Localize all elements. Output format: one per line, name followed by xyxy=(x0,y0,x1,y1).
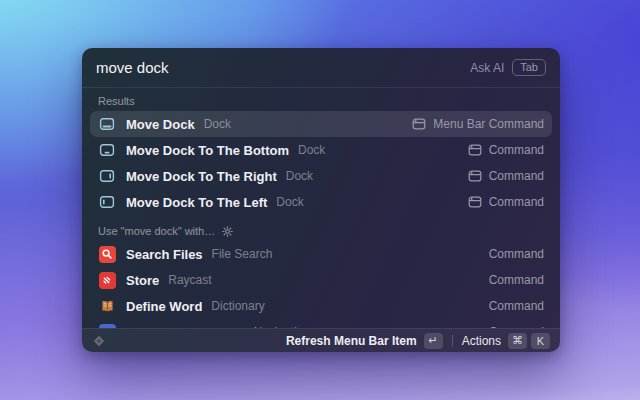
k-keycap: K xyxy=(531,333,550,349)
search-bar: Ask AI Tab xyxy=(82,48,560,88)
search-input[interactable] xyxy=(96,59,470,76)
item-accessory: Command xyxy=(489,273,544,287)
list-item-move-dock-bottom[interactable]: Move Dock To The Bottom Dock Command xyxy=(90,137,552,163)
item-subtitle: Raycast xyxy=(168,273,211,287)
cmd-keycap: ⌘ xyxy=(508,333,527,349)
item-title: Move Dock xyxy=(126,117,195,132)
gear-icon[interactable] xyxy=(222,226,233,237)
dictionary-book-icon xyxy=(98,297,116,315)
item-subtitle: File Search xyxy=(212,247,273,261)
enter-keycap: ↵ xyxy=(424,333,443,349)
raycast-logo-icon xyxy=(92,334,106,348)
menu-bar-icon xyxy=(468,169,482,183)
menu-bar-icon xyxy=(468,143,482,157)
dock-move-icon xyxy=(98,115,116,133)
item-accessory: Command xyxy=(489,299,544,313)
section-header-use-with: Use "move dock" with… xyxy=(90,215,552,241)
item-title: Store xyxy=(126,273,159,288)
item-subtitle: Dock xyxy=(298,143,325,157)
list-item-move-dock[interactable]: Move Dock Dock Menu Bar Command xyxy=(90,111,552,137)
item-accessory: Command xyxy=(489,247,544,261)
dock-left-icon xyxy=(98,193,116,211)
list-item-search-menu-items[interactable]: Search Menu Items Navigation Command xyxy=(90,319,552,328)
section-header-results: Results xyxy=(90,88,552,111)
actions-label[interactable]: Actions xyxy=(462,334,501,348)
item-title: Define Word xyxy=(126,299,202,314)
footer-separator xyxy=(452,335,453,347)
item-accessory: Menu Bar Command xyxy=(433,117,544,131)
item-accessory: Command xyxy=(489,169,544,183)
action-bar: Refresh Menu Bar Item ↵ Actions ⌘ K xyxy=(82,328,560,352)
raycast-window: Ask AI Tab Results Move Dock Dock Menu B… xyxy=(82,48,560,352)
file-search-icon xyxy=(98,245,116,263)
item-title: Move Dock To The Left xyxy=(126,195,267,210)
results-list: Results Move Dock Dock Menu Bar Command xyxy=(82,88,560,328)
primary-action-label[interactable]: Refresh Menu Bar Item xyxy=(286,334,417,348)
list-item-define-word[interactable]: Define Word Dictionary Command xyxy=(90,293,552,319)
item-title: Search Files xyxy=(126,247,203,262)
menu-bar-icon xyxy=(412,117,426,131)
item-accessory: Command xyxy=(489,195,544,209)
item-subtitle: Dock xyxy=(204,117,231,131)
list-item-search-files[interactable]: Search Files File Search Command xyxy=(90,241,552,267)
raycast-store-icon xyxy=(98,271,116,289)
item-title: Move Dock To The Bottom xyxy=(126,143,289,158)
list-item-store[interactable]: Store Raycast Command xyxy=(90,267,552,293)
list-item-move-dock-right[interactable]: Move Dock To The Right Dock Command xyxy=(90,163,552,189)
item-title: Move Dock To The Right xyxy=(126,169,277,184)
item-subtitle: Dictionary xyxy=(211,299,264,313)
ask-ai-label[interactable]: Ask AI xyxy=(470,61,504,75)
menu-bar-icon xyxy=(468,195,482,209)
item-subtitle: Dock xyxy=(276,195,303,209)
list-item-move-dock-left[interactable]: Move Dock To The Left Dock Command xyxy=(90,189,552,215)
desktop-background: Ask AI Tab Results Move Dock Dock Menu B… xyxy=(0,0,640,400)
item-subtitle: Dock xyxy=(286,169,313,183)
tab-keycap: Tab xyxy=(512,59,546,76)
item-accessory: Command xyxy=(489,143,544,157)
dock-right-icon xyxy=(98,167,116,185)
dock-bottom-icon xyxy=(98,141,116,159)
